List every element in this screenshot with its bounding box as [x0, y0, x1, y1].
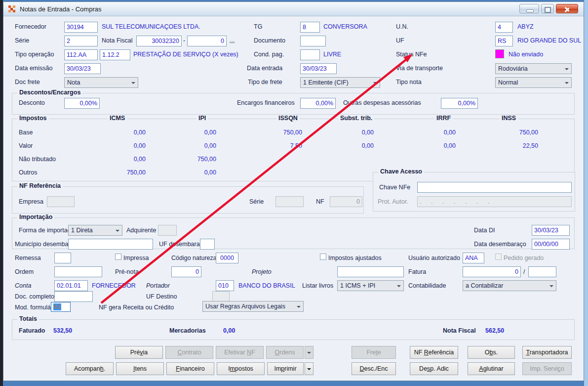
remessa-input[interactable] — [54, 253, 71, 263]
data-emissao-input[interactable]: 30/03/23 — [64, 63, 101, 74]
chave-nfe-input[interactable] — [417, 182, 572, 193]
tax-row-label: Valor — [19, 142, 33, 149]
outras-despesas-input[interactable]: 0,00% — [441, 98, 478, 109]
listar-livros-label: Listar livros — [302, 282, 333, 289]
prot-autor-label: Prot. Autor. — [378, 198, 408, 205]
tax-value: 0,00 — [329, 129, 374, 136]
tax-value: 750,00 — [172, 156, 216, 163]
doc-frete-select[interactable]: Nota — [64, 77, 138, 88]
mercadorias-value: 0,00 — [223, 327, 235, 334]
nota-fiscal-input[interactable]: 30032320 — [136, 36, 182, 46]
cond-pag-desc: LIVRE — [323, 51, 341, 58]
prot-autor-input: . . . . . . . — [417, 196, 572, 207]
cond-pag-input[interactable] — [300, 49, 320, 60]
status-nfe-color-swatch — [495, 49, 504, 58]
data-di-input[interactable]: 30/03/23 — [532, 225, 570, 236]
frete-button: Frete — [352, 346, 396, 359]
fornecedor-input[interactable]: 30194 — [64, 22, 98, 33]
chevron-down-icon — [373, 82, 377, 86]
adquirente-label: Adquirente — [126, 227, 156, 234]
chevron-down-icon — [549, 285, 553, 289]
ordem-label: Ordem — [15, 268, 34, 275]
chevron-down-icon — [131, 82, 135, 86]
imprimir-button[interactable]: Imprimir — [267, 362, 304, 375]
fatura-label: Fatura — [408, 268, 426, 275]
pre-nota-input[interactable]: 0 — [171, 266, 201, 277]
acompanh-button[interactable]: Acompanh. — [66, 362, 114, 375]
impostos-button[interactable]: Impostos — [217, 362, 265, 375]
municipio-desembaraco-input[interactable] — [68, 239, 153, 250]
tax-row-label: Não tributado — [19, 156, 56, 163]
mod-formulario-input[interactable]: 62 — [51, 302, 71, 312]
tax-value: 0,00 — [172, 169, 216, 176]
data-di-label: Data DI — [474, 227, 495, 234]
adquirente-input — [158, 225, 177, 236]
impostos-col-inss: INSS — [500, 115, 518, 122]
pedido-gerado-label: Pedido gerado — [504, 255, 544, 261]
codigo-natureza-label: Código natureza — [171, 255, 217, 261]
uf-input[interactable]: RS — [495, 36, 513, 46]
un-input[interactable]: 4 — [495, 22, 513, 33]
encargos-input[interactable]: 0,00% — [300, 98, 336, 109]
projeto-label: Projeto — [252, 268, 272, 275]
imprimir-dropdown-button[interactable] — [305, 362, 314, 375]
contabilidade-select[interactable]: a Contabilizar — [463, 280, 556, 291]
nf-gera-label: NF gera Receita ou Crédito — [99, 304, 174, 311]
nota-fiscal-seq-input[interactable]: 0 — [187, 36, 227, 46]
data-entrada-input[interactable]: 30/03/23 — [300, 63, 337, 74]
tg-input[interactable]: 8 — [300, 22, 320, 33]
nf-gera-select[interactable]: Usar Regras Arquivos Legais — [202, 301, 304, 312]
data-desembaraco-label: Data desembaraço — [474, 241, 526, 248]
listar-livros-select[interactable]: 1 ICMS + IPI — [337, 280, 404, 291]
tax-value: 7,50 — [258, 142, 302, 149]
financeiro-button[interactable]: Financeiro — [166, 362, 214, 375]
status-nfe-label: Status NFe — [396, 51, 427, 58]
tipo-operacao-input1[interactable]: 112.AA — [64, 49, 98, 60]
chevron-down-icon — [565, 82, 569, 86]
via-transporte-select[interactable]: Rodoviária — [495, 63, 572, 74]
fatura-input[interactable]: 0 — [463, 266, 521, 277]
doc-completo-input[interactable] — [54, 291, 93, 302]
conta-label: Conta — [15, 282, 31, 289]
desc-enc-button[interactable]: Desc./Enc — [352, 362, 396, 375]
desconto-input[interactable]: 0,00% — [64, 98, 100, 109]
tipo-frete-select[interactable]: 1 Emitente (CIF) — [300, 77, 380, 88]
nota-fiscal-total-label: Nota Fiscal — [443, 327, 476, 334]
usuario-autorizado-input[interactable]: ANA — [463, 253, 484, 263]
imp-servico-button: Imp. Serviço — [522, 362, 572, 375]
itens-button[interactable]: Itens — [116, 362, 164, 375]
impostos-ajustados-checkbox[interactable] — [320, 254, 326, 260]
tipo-operacao-input2[interactable]: 1.12.2 — [100, 49, 130, 60]
serie-input[interactable]: 2 — [64, 36, 98, 46]
conta-input[interactable]: 02.01.01 — [54, 280, 88, 291]
impressa-checkbox[interactable] — [115, 254, 121, 260]
uf-desembaraco-input[interactable] — [200, 239, 215, 250]
nota-fiscal-browse-link[interactable]: ... — [230, 37, 235, 43]
nf-referencia-button[interactable]: NF Referência — [410, 346, 458, 359]
aglutinar-button[interactable]: Aglutinar — [468, 362, 515, 375]
impostos-ajustados-label: Impostos ajustados — [328, 255, 382, 261]
impostos-col-subst: Subst. trib. — [338, 115, 374, 122]
maximize-button[interactable] — [541, 4, 554, 13]
documento-input[interactable] — [300, 36, 326, 46]
tipo-nota-select[interactable]: Normal — [495, 77, 572, 88]
transportadora-button[interactable]: Transportadora — [522, 346, 572, 359]
importacao-legend: Importação — [17, 214, 54, 220]
status-nfe-desc: Não enviado — [509, 51, 543, 58]
impostos-col-issqn: ISSQN — [276, 115, 300, 122]
via-transporte-label: Via de transporte — [396, 65, 443, 72]
data-desembaraco-input[interactable]: 00/00/00 — [532, 239, 570, 250]
uf-destino-label: UF Destino — [146, 293, 177, 300]
portador-input[interactable]: 010 — [216, 280, 234, 291]
desp-adic-button[interactable]: Desp. Adic — [410, 362, 458, 375]
forma-importacao-select[interactable]: 1 Direta — [68, 225, 122, 236]
codigo-natureza-input[interactable]: 0000 — [216, 253, 238, 263]
minimize-button[interactable] — [519, 4, 539, 13]
close-button[interactable] — [556, 4, 578, 13]
previa-button[interactable]: Prévia — [115, 346, 163, 359]
obs-button[interactable]: Obs. — [468, 346, 515, 359]
fatura-parcela-input[interactable] — [528, 266, 556, 277]
remessa-label: Remessa — [15, 255, 41, 261]
projeto-input[interactable] — [337, 266, 404, 277]
ordem-input[interactable] — [54, 266, 102, 277]
